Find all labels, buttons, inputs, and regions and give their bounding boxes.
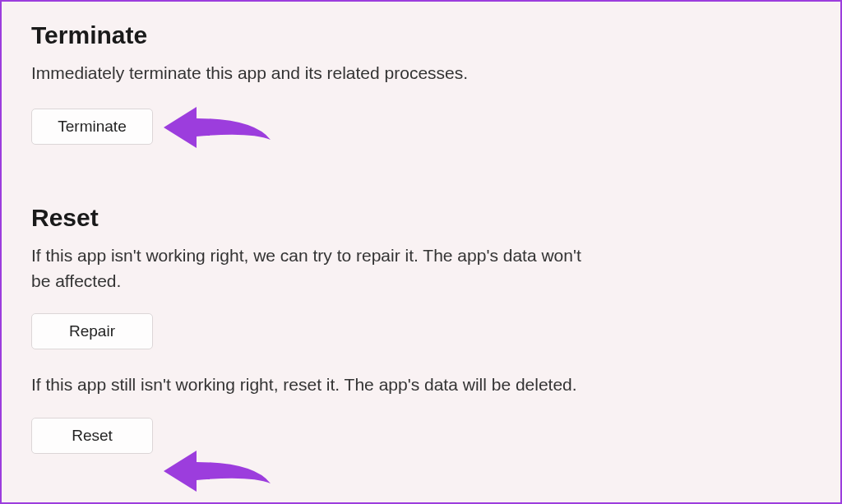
reset-heading: Reset bbox=[31, 204, 811, 232]
repair-description: If this app isn't working right, we can … bbox=[31, 243, 590, 294]
reset-description: If this app still isn't working right, r… bbox=[31, 372, 590, 397]
terminate-button[interactable]: Terminate bbox=[31, 109, 153, 145]
reset-section: Reset If this app isn't working right, w… bbox=[31, 204, 811, 453]
terminate-heading: Terminate bbox=[31, 21, 811, 49]
repair-button[interactable]: Repair bbox=[31, 313, 153, 349]
terminate-section: Terminate Immediately terminate this app… bbox=[31, 21, 811, 145]
terminate-description: Immediately terminate this app and its r… bbox=[31, 61, 590, 86]
reset-button[interactable]: Reset bbox=[31, 418, 153, 454]
